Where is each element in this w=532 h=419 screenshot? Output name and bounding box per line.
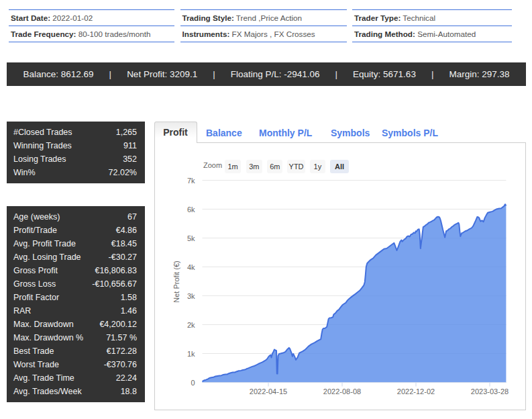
- svg-text:0: 0: [191, 379, 195, 387]
- svg-text:2022-08-08: 2022-08-08: [323, 387, 361, 395]
- svg-text:6k: 6k: [187, 205, 195, 214]
- svg-text:2022-04-15: 2022-04-15: [250, 387, 287, 395]
- svg-text:3k: 3k: [187, 292, 195, 300]
- svg-text:Net Profit (€): Net Profit (€): [172, 261, 180, 302]
- svg-text:7k: 7k: [187, 177, 195, 185]
- svg-text:1k: 1k: [187, 350, 195, 358]
- svg-text:2022-12-02: 2022-12-02: [397, 387, 435, 395]
- svg-text:2023-03-28: 2023-03-28: [471, 387, 509, 395]
- svg-text:2k: 2k: [187, 321, 195, 329]
- svg-text:4k: 4k: [187, 263, 195, 271]
- svg-text:5k: 5k: [187, 234, 195, 242]
